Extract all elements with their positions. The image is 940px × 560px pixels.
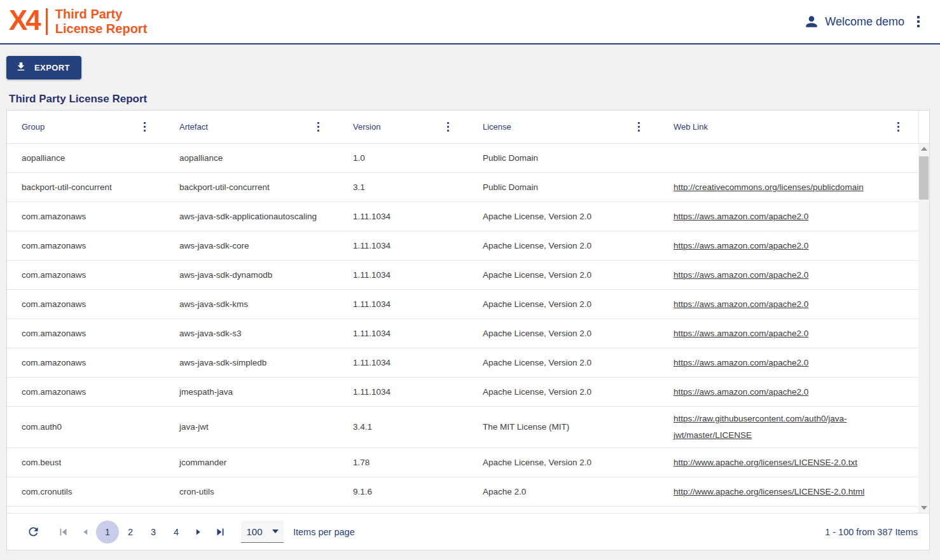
cell-group: com.amazonaws [7, 348, 165, 377]
web-link[interactable]: https://aws.amazon.com/apache2.0 [674, 296, 808, 313]
web-link[interactable]: https://aws.amazon.com/apache2.0 [674, 325, 808, 342]
web-link[interactable]: https://aws.amazon.com/apache2.0 [674, 208, 808, 225]
column-header-label: Web Link [674, 122, 708, 132]
cell-web-link: https://aws.amazon.com/apache2.0 [659, 261, 918, 289]
page-button-3[interactable]: 3 [142, 521, 165, 543]
table-row: com.cronutilscron-utils9.1.6Apache 2.0ht… [7, 477, 918, 507]
column-header-label: License [483, 122, 511, 132]
web-link[interactable]: https://raw.githubusercontent.com/auth0/… [674, 411, 903, 444]
cell-artefact: aws-java-sdk-applicationautoscaling [165, 202, 338, 231]
cell-text: aws-java-sdk-simpledb [179, 355, 266, 371]
cell-text: 3.1 [353, 179, 365, 196]
pagination-range-label: 1 - 100 from 387 Items [825, 527, 918, 537]
cell-license: Public Domain [468, 144, 659, 172]
cell-text: com.amazonaws [22, 384, 86, 400]
cell-text: 1.0 [353, 150, 365, 167]
license-table-card: GroupArtefactVersionLicenseWeb Link aopa… [6, 110, 930, 550]
cell-text: 9.1.6 [353, 484, 372, 500]
cell-text: aws-java-sdk-core [179, 238, 249, 254]
cell-text: Apache 2.0 [483, 484, 526, 500]
cell-web-link: http://www.apache.org/licenses/LICENSE-2… [659, 477, 918, 506]
column-header-license: License [468, 111, 659, 143]
cell-text: jcommander [179, 454, 226, 471]
cell-text: 3.4.1 [353, 419, 372, 435]
page-button-1[interactable]: 1 [96, 521, 119, 543]
cell-text: 1.11.1034 [353, 325, 391, 342]
column-menu-icon[interactable] [634, 119, 644, 135]
web-link[interactable]: https://aws.amazon.com/apache2.0 [674, 384, 808, 400]
cell-license: Apache License, Version 2.0 [468, 202, 659, 231]
table-row: backport-util-concurrentbackport-util-co… [7, 173, 918, 202]
cell-text: 1.78 [353, 454, 370, 471]
cell-artefact: backport-util-concurrent [165, 173, 338, 201]
cell-version: 1.11.1034 [338, 290, 468, 318]
web-link[interactable]: https://aws.amazon.com/apache2.0 [674, 267, 808, 283]
last-page-icon[interactable] [209, 521, 231, 543]
cell-text: 1.11.1034 [353, 238, 391, 254]
kebab-menu-icon[interactable] [913, 12, 923, 31]
column-menu-icon[interactable] [314, 119, 323, 135]
table-row: com.amazonawsjmespath-java1.11.1034Apach… [7, 378, 918, 407]
app-logo: X4 Third Party License Report [9, 6, 147, 37]
cell-license: The MIT License (MIT) [468, 407, 659, 447]
cell-text: aws-java-sdk-dynamodb [179, 267, 272, 283]
table-header-row: GroupArtefactVersionLicenseWeb Link [7, 111, 929, 144]
column-menu-icon[interactable] [443, 119, 453, 135]
page-button-4[interactable]: 4 [165, 521, 188, 543]
cell-version: 1.11.1034 [338, 348, 468, 377]
web-link[interactable]: https://aws.amazon.com/apache2.0 [674, 238, 808, 254]
scrollbar-up-arrow-icon[interactable] [918, 144, 929, 154]
scrollbar-thumb[interactable] [919, 156, 929, 200]
cell-text: Apache License, Version 2.0 [483, 267, 591, 283]
refresh-icon[interactable] [22, 521, 44, 543]
vertical-scrollbar[interactable] [918, 144, 929, 513]
export-button[interactable]: EXPORT [6, 56, 81, 79]
table-row: com.amazonawsaws-java-sdk-simpledb1.11.1… [7, 348, 918, 378]
table-row: com.amazonawsaws-java-sdk-s31.11.1034Apa… [7, 319, 918, 348]
items-per-page-select[interactable]: 100 [241, 521, 284, 543]
cell-text: 1.11.1034 [353, 296, 391, 313]
web-link[interactable]: http://www.apache.org/licenses/LICENSE-2… [674, 454, 857, 471]
cell-web-link: https://aws.amazon.com/apache2.0 [659, 378, 918, 406]
cell-version: 1.11.1034 [338, 202, 468, 231]
cell-artefact: aws-java-sdk-simpledb [165, 348, 338, 377]
cell-artefact: jcommander [165, 448, 338, 477]
items-per-page-label: Items per page [293, 527, 355, 537]
cell-artefact: java-jwt [165, 407, 338, 447]
column-menu-icon[interactable] [140, 119, 149, 135]
first-page-icon[interactable] [53, 521, 74, 543]
pagination-bar: 1234 100 Items per page 1 - 100 from 387… [7, 513, 929, 550]
scrollbar-down-arrow-icon[interactable] [918, 503, 929, 513]
cell-web-link: https://aws.amazon.com/apache2.0 [659, 231, 918, 260]
cell-text: com.amazonaws [22, 208, 86, 225]
cell-version: 1.78 [338, 448, 468, 477]
column-header-web-link: Web Link [659, 111, 918, 143]
web-link[interactable]: http://creativecommons.org/licenses/publ… [674, 179, 864, 196]
web-link[interactable]: http://www.apache.org/licenses/LICENSE-2… [674, 484, 864, 500]
next-page-icon[interactable] [188, 521, 209, 543]
page-number-buttons: 1234 [96, 521, 188, 543]
previous-page-icon[interactable] [74, 521, 96, 543]
cell-text: com.amazonaws [22, 296, 86, 313]
table-row: aopallianceaopalliance1.0Public Domain [7, 144, 918, 173]
cell-version: 1.0 [338, 144, 468, 172]
cell-group: com.amazonaws [7, 231, 165, 260]
cell-text: java-jwt [179, 419, 209, 435]
page-button-2[interactable]: 2 [119, 521, 142, 543]
cell-license: Apache License, Version 2.0 [468, 231, 659, 260]
cell-version: 1.11.1034 [338, 231, 468, 260]
cell-text: The MIT License (MIT) [483, 419, 569, 435]
cell-group: com.amazonaws [7, 290, 165, 318]
cell-web-link: http://creativecommons.org/licenses/publ… [659, 173, 918, 201]
person-icon [803, 13, 820, 30]
cell-text: com.beust [22, 454, 61, 471]
cell-text: Apache License, Version 2.0 [483, 325, 591, 342]
column-menu-icon[interactable] [894, 119, 903, 135]
cell-text: com.amazonaws [22, 355, 86, 371]
column-header-version: Version [338, 111, 468, 143]
web-link[interactable]: https://aws.amazon.com/apache2.0 [674, 355, 808, 371]
cell-artefact: aws-java-sdk-core [165, 231, 338, 260]
cell-web-link: https://aws.amazon.com/apache2.0 [659, 290, 918, 318]
column-header-artefact: Artefact [165, 111, 338, 143]
cell-text: Public Domain [483, 179, 538, 196]
